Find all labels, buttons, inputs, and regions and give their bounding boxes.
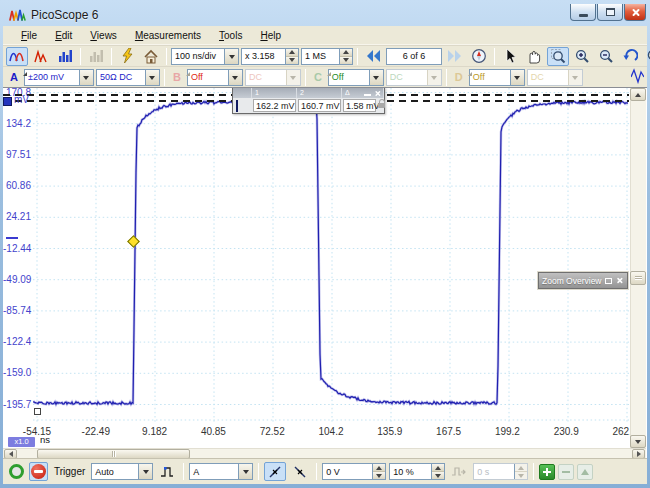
hand-tool[interactable] — [523, 47, 545, 66]
channel-a-range-dropdown[interactable]: ±200 mV — [24, 69, 94, 86]
next-buffer-button-disabled — [444, 47, 466, 66]
home-button[interactable] — [140, 47, 162, 66]
lock-icon[interactable] — [378, 103, 385, 108]
chevron-down-icon[interactable] — [238, 464, 252, 479]
scope-view[interactable]: mV 170.8134.297.5160.8624.21-12.44-49.09… — [3, 87, 647, 458]
y-tick-label: -12.44 — [3, 243, 31, 255]
trigger-label: Trigger — [54, 466, 85, 477]
scroll-down-button[interactable] — [630, 435, 646, 448]
menu-measurements[interactable]: Measurements — [127, 28, 209, 43]
zoom-factor-value: x 3.158 — [242, 51, 285, 61]
chevron-down-icon[interactable] — [224, 49, 238, 64]
zoom-factor-spinner[interactable]: x 3.158 — [241, 48, 299, 65]
chevron-down-icon[interactable] — [79, 70, 93, 85]
falling-edge-button[interactable] — [289, 462, 311, 481]
x-tick-label: 72.52 — [247, 426, 297, 437]
channel-c-range-dropdown[interactable]: Off — [328, 69, 384, 86]
channel-a-marker-icon — [23, 72, 27, 76]
trigger-source-dropdown[interactable]: A — [189, 463, 253, 480]
zoom-overview-panel[interactable]: Zoom Overview — [538, 272, 628, 289]
buffer-position-field[interactable]: 6 of 6 — [386, 48, 442, 65]
trigger-mode-dropdown[interactable]: Auto — [91, 463, 153, 480]
menu-file[interactable]: File — [13, 28, 45, 43]
minimize-button[interactable] — [570, 4, 596, 21]
channel-a-color-chip — [236, 100, 238, 112]
minimize-icon[interactable] — [364, 94, 371, 96]
chevron-down-icon[interactable] — [145, 70, 159, 85]
close-button[interactable] — [624, 4, 646, 21]
channel-c-marker-icon — [327, 72, 331, 76]
separator — [80, 48, 81, 65]
chevron-down-icon[interactable] — [510, 70, 524, 85]
channel-a-coupling-dropdown[interactable]: 50Ω DC — [96, 69, 160, 86]
spinner-arrows[interactable] — [285, 49, 298, 64]
channel-a-range-value: ±200 mV — [25, 72, 79, 82]
timebase-dropdown[interactable]: 100 ns/div — [171, 48, 239, 65]
channels-toolbar: A ±200 mV 50Ω DC B Off DC C Off DC — [3, 66, 647, 87]
menu-bar: FileEditViewsMeasurementsToolsHelp — [3, 26, 647, 45]
channel-b-coupling-value: DC — [246, 72, 286, 82]
add-measurement-button[interactable] — [539, 464, 555, 480]
previous-buffer-button[interactable] — [362, 47, 384, 66]
sample-count-spinner[interactable]: 1 MS — [301, 48, 353, 65]
timebase-value: 100 ns/div — [172, 51, 224, 61]
ruler-legend-header[interactable]: 1 2 Δ — [233, 88, 384, 98]
spinner-arrows[interactable] — [339, 49, 352, 64]
zoom-100-button[interactable]: 100 — [643, 47, 650, 66]
spectrum-view-button[interactable] — [30, 47, 52, 66]
vertical-scrollbar-thumb[interactable] — [630, 271, 646, 285]
go-icon — [9, 464, 24, 479]
zoom-in-tool[interactable] — [571, 47, 593, 66]
channel-b-range-value: Off — [188, 72, 228, 82]
zoom-overview-title: Zoom Overview — [542, 276, 602, 286]
scroll-up-button[interactable] — [630, 88, 646, 101]
zoom-box-tool[interactable] — [547, 47, 569, 66]
chevron-down-icon[interactable] — [138, 464, 152, 479]
ruler-1-column-header: 1 — [252, 88, 297, 98]
chevron-down-icon[interactable] — [369, 70, 383, 85]
channel-a-ruler-handle[interactable] — [3, 97, 12, 106]
window-title: PicoScope 6 — [31, 8, 98, 22]
chevron-down-icon — [286, 70, 300, 85]
close-icon[interactable] — [616, 277, 623, 284]
ruler-legend[interactable]: 1 2 Δ 162.2 mV 160.7 mV 1.58 mV — [232, 87, 385, 114]
signal-generator-button[interactable] — [631, 68, 644, 86]
menu-tools[interactable]: Tools — [211, 28, 250, 43]
pre-trigger-spinner[interactable]: 10 % — [389, 463, 445, 480]
auto-setup-button[interactable] — [116, 47, 138, 66]
start-capture-button[interactable] — [7, 462, 26, 481]
chevron-down-icon — [568, 70, 582, 85]
home-icon — [143, 49, 159, 64]
lightning-icon — [120, 48, 135, 64]
undo-zoom-button[interactable] — [619, 47, 641, 66]
menu-views[interactable]: Views — [82, 28, 125, 43]
float-window-icon[interactable] — [605, 278, 612, 284]
advanced-trigger-button[interactable] — [156, 462, 178, 481]
close-icon[interactable] — [374, 90, 380, 96]
waveform-plot[interactable] — [33, 88, 629, 422]
rising-edge-button[interactable] — [264, 462, 286, 481]
persistence-view-button[interactable] — [54, 47, 76, 66]
stop-capture-button[interactable] — [29, 462, 48, 481]
chevron-down-icon[interactable] — [228, 70, 242, 85]
scope-view-button[interactable] — [6, 47, 28, 66]
x-axis-unit: ns — [40, 434, 50, 445]
delay-icon — [451, 464, 467, 480]
normal-cursor-tool[interactable] — [499, 47, 521, 66]
maximize-button[interactable] — [597, 4, 623, 21]
title-bar[interactable]: PicoScope 6 — [3, 3, 647, 26]
trigger-level-spinner[interactable]: 0 V — [322, 463, 386, 480]
time-ruler-handle[interactable] — [34, 408, 41, 415]
spinner-arrows[interactable] — [372, 464, 385, 479]
channel-b-range-dropdown[interactable]: Off — [187, 69, 243, 86]
delta-column-header: Δ — [345, 88, 350, 98]
y-tick-label: -159.0 — [3, 367, 31, 379]
vertical-scrollbar[interactable] — [630, 88, 646, 448]
spinner-arrows[interactable] — [431, 464, 444, 479]
chevron-down-icon — [427, 70, 441, 85]
menu-edit[interactable]: Edit — [47, 28, 80, 43]
zoom-out-tool[interactable] — [595, 47, 617, 66]
channel-d-range-dropdown[interactable]: Off — [469, 69, 525, 86]
buffer-navigator-button[interactable] — [468, 47, 490, 66]
menu-help[interactable]: Help — [252, 28, 289, 43]
